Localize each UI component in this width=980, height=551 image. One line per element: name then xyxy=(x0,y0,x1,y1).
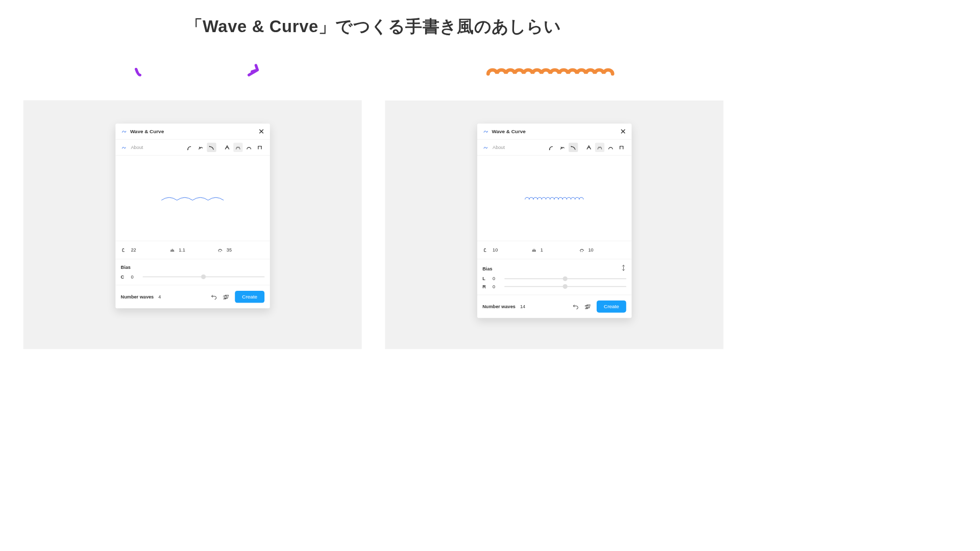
shape-peak-m-button[interactable] xyxy=(595,143,604,152)
plugin-toolbar: About xyxy=(115,140,270,156)
frequency-value: 10 xyxy=(589,247,594,253)
param-stroke[interactable]: 1 xyxy=(530,246,578,254)
panel-left-bg: Wave & Curve About 22 xyxy=(23,101,362,349)
frequency-icon xyxy=(578,246,585,254)
bias-key: C xyxy=(121,274,127,280)
plugin-title: Wave & Curve xyxy=(130,129,258,134)
bias-value[interactable]: 0 xyxy=(131,274,138,280)
number-waves-label: Number waves xyxy=(482,304,516,310)
shape-curve-cross-button[interactable] xyxy=(557,143,567,152)
create-button[interactable]: Create xyxy=(235,291,264,303)
preview-canvas xyxy=(115,156,270,241)
amplitude-icon xyxy=(482,246,489,254)
shape-arc-button[interactable] xyxy=(606,143,615,152)
panel-right-bg: Wave & Curve About 10 xyxy=(385,101,723,349)
frequency-icon xyxy=(216,246,224,254)
bias-slider[interactable] xyxy=(504,279,626,280)
amplitude-value: 22 xyxy=(131,247,136,253)
bias-section: Bias C0 xyxy=(115,259,270,285)
create-button[interactable]: Create xyxy=(597,300,626,313)
shape-curve-up-button[interactable] xyxy=(547,143,556,152)
stroke-icon xyxy=(168,246,176,254)
number-waves-value[interactable]: 14 xyxy=(520,304,532,310)
bias-label: Bias xyxy=(121,265,131,270)
shape-curve-down-button[interactable] xyxy=(569,143,578,152)
bias-key: R xyxy=(482,284,488,289)
bias-row-c: C0 xyxy=(121,274,264,280)
param-amplitude[interactable]: 22 xyxy=(121,246,169,254)
bias-slider[interactable] xyxy=(504,286,626,287)
frequency-value: 35 xyxy=(227,247,232,253)
shape-curve-down-button[interactable] xyxy=(207,143,216,152)
stroke-value: 1 xyxy=(541,247,543,253)
page-title: 「Wave & Curve」でつくる手書き風のあしらい xyxy=(0,0,747,50)
params-row: 10 1 10 xyxy=(477,241,632,259)
shape-peak-m-button[interactable] xyxy=(233,143,242,152)
footer-row: Number waves 4 Create xyxy=(115,285,270,308)
bias-value[interactable]: 0 xyxy=(493,276,500,282)
plugin-logo-icon xyxy=(121,128,127,134)
undo-button[interactable] xyxy=(572,303,579,310)
stroke-value: 1.1 xyxy=(179,247,185,253)
bias-row-r: R0 xyxy=(482,284,626,289)
number-waves-value[interactable]: 4 xyxy=(158,294,170,299)
shape-peak-a-button[interactable] xyxy=(222,143,231,152)
panels-row: Wave & Curve About 22 xyxy=(0,101,747,349)
decoration-row xyxy=(0,50,747,101)
amplitude-value: 10 xyxy=(493,247,498,253)
plugin-logo-icon xyxy=(482,128,488,134)
params-row: 22 1.1 35 xyxy=(115,241,270,259)
param-amplitude[interactable]: 10 xyxy=(482,246,530,254)
plugin-header: Wave & Curve xyxy=(115,123,270,139)
stroke-icon xyxy=(530,246,537,254)
param-stroke[interactable]: 1.1 xyxy=(168,246,216,254)
bias-label: Bias xyxy=(482,266,492,271)
shape-curve-cross-button[interactable] xyxy=(196,143,205,152)
plugin-header: Wave & Curve xyxy=(477,123,632,139)
param-frequency[interactable]: 10 xyxy=(578,246,626,254)
close-button[interactable] xyxy=(258,128,264,134)
bias-value[interactable]: 0 xyxy=(493,284,500,289)
randomize-button[interactable] xyxy=(223,293,230,300)
shape-bracket-button[interactable] xyxy=(617,143,626,152)
bias-section: Bias L0R0 xyxy=(477,259,632,295)
plugin-title: Wave & Curve xyxy=(492,129,620,134)
plugin-panel-left: Wave & Curve About 22 xyxy=(115,123,270,308)
bias-expand-icon[interactable] xyxy=(621,265,626,272)
shape-bracket-button[interactable] xyxy=(255,143,264,152)
number-waves-label: Number waves xyxy=(121,294,154,299)
bias-row-l: L0 xyxy=(482,276,626,282)
randomize-button[interactable] xyxy=(584,303,592,310)
shape-arc-button[interactable] xyxy=(244,143,253,152)
bias-slider[interactable] xyxy=(142,277,264,278)
param-frequency[interactable]: 35 xyxy=(216,246,264,254)
decoration-bumps xyxy=(374,65,724,81)
about-tab[interactable]: About xyxy=(131,144,185,150)
shape-peak-a-button[interactable] xyxy=(584,143,593,152)
plugin-small-logo-icon xyxy=(482,144,488,151)
preview-canvas xyxy=(477,156,632,241)
footer-row: Number waves 14 Create xyxy=(477,295,632,318)
amplitude-icon xyxy=(121,246,128,254)
plugin-toolbar: About xyxy=(477,140,632,156)
close-button[interactable] xyxy=(620,128,626,134)
about-tab[interactable]: About xyxy=(493,144,547,150)
shape-curve-up-button[interactable] xyxy=(185,143,194,152)
plugin-small-logo-icon xyxy=(121,144,127,151)
undo-button[interactable] xyxy=(210,293,218,300)
bias-key: L xyxy=(482,276,488,282)
decoration-wave-arrow xyxy=(23,61,374,85)
plugin-panel-right: Wave & Curve About 10 xyxy=(477,123,632,318)
